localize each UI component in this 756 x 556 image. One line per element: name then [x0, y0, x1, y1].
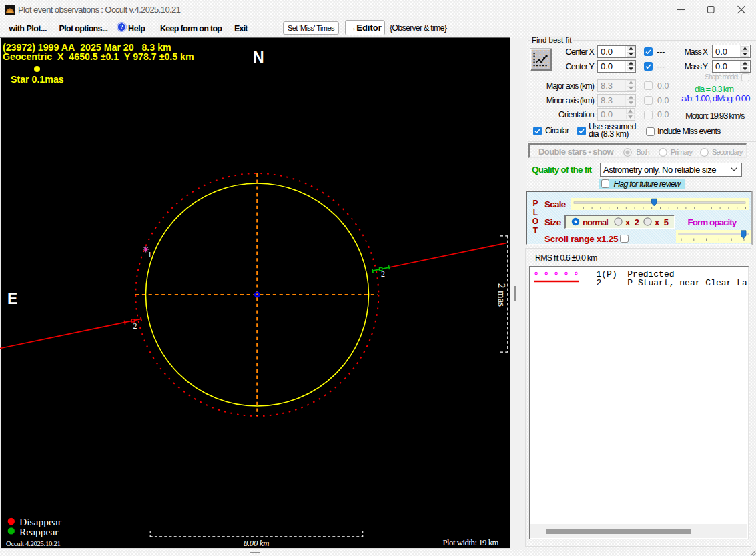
svg-text:1: 1	[148, 250, 152, 259]
svg-text:E: E	[7, 290, 17, 307]
svg-text:8.00 km: 8.00 km	[244, 539, 269, 548]
svg-text:Star 0.1mas: Star 0.1mas	[11, 74, 64, 85]
svg-text:2 P Stuart, near Clear La: 2 P Stuart, near Clear La	[597, 278, 747, 287]
svg-text:2 mas: 2 mas	[496, 283, 507, 307]
svg-text:?: ?	[120, 23, 123, 31]
svg-text:2: 2	[133, 321, 137, 331]
svg-text:N: N	[253, 49, 264, 66]
svg-text:Occult 4.2025.10.21: Occult 4.2025.10.21	[6, 539, 61, 547]
svg-text:Plot width: 19 km: Plot width: 19 km	[442, 538, 498, 547]
svg-text:2: 2	[381, 269, 385, 279]
svg-text:Reappear: Reappear	[19, 526, 59, 537]
svg-text:Geocentric X 4650.5 ±0.1 Y: Geocentric X 4650.5 ±0.1 Y 978.7 ±0.5 km	[3, 51, 194, 62]
